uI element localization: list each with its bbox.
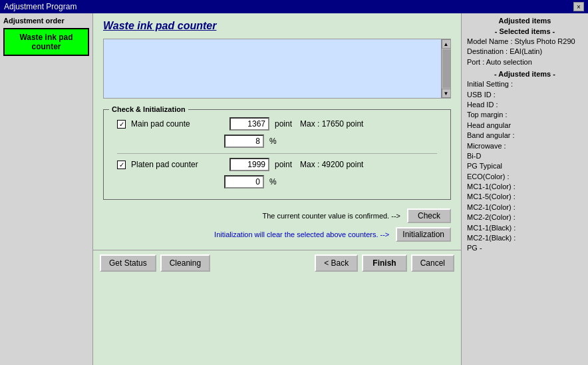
microwave: Microwave : [467, 141, 583, 151]
platen-pad-percent-unit: % [269, 177, 289, 186]
pg-typical: PG Typical [467, 161, 583, 171]
model-name: Model Name : Stylus Photo R290 [467, 37, 583, 47]
check-initialization-section: Check & Initialization ✓ Main pad counte… [103, 105, 451, 200]
main-pad-percent-row: 8 % [109, 133, 445, 153]
sidebar: Adjustment order Waste ink pad counter [0, 13, 93, 365]
usb-id: USB ID : [467, 90, 583, 100]
scrollbar-up[interactable]: ▲ [442, 39, 451, 49]
platen-pad-max: Max : 49200 point [300, 160, 363, 169]
sidebar-item-waste-ink[interactable]: Waste ink pad counter [3, 28, 89, 56]
section-legend: Check & Initialization [109, 105, 188, 113]
main-pad-percent-value[interactable]: 8 [224, 135, 264, 148]
platen-pad-checkbox[interactable]: ✓ [117, 161, 126, 169]
platen-pad-percent-value[interactable]: 0 [224, 175, 264, 188]
main-pad-value[interactable]: 1367 [229, 117, 269, 131]
content-title: Waste ink pad counter [93, 13, 461, 35]
platen-pad-value[interactable]: 1999 [229, 158, 269, 171]
mc2-2-color: MC2-2(Color) : [467, 212, 583, 222]
scrollbar-thumb [442, 49, 450, 88]
content-area: Waste ink pad counter ▲ ▼ Check & Initia… [93, 13, 462, 365]
sidebar-title: Adjustment order [3, 17, 89, 25]
eco-color: ECO(Color) : [467, 172, 583, 182]
destination: Destination : EAI(Latin) [467, 47, 583, 57]
main-pad-max: Max : 17650 point [300, 119, 363, 129]
port: Port : Auto selection [467, 57, 583, 67]
mc2-1-black: MC2-1(Black) : [467, 233, 583, 243]
back-button[interactable]: < Back [315, 254, 358, 272]
main-pad-unit: point [275, 119, 295, 129]
adjusted-header: - Adjusted items - [467, 70, 583, 78]
initial-setting: Initial Setting : [467, 79, 583, 89]
head-angular: Head angular [467, 121, 583, 131]
main-pad-label: Main pad counte [131, 119, 224, 129]
cancel-button[interactable]: Cancel [411, 254, 454, 272]
main-pad-row: ✓ Main pad counte 1367 point Max : 17650… [109, 113, 445, 133]
initialization-button[interactable]: Initialization [396, 227, 451, 242]
title-bar: Adjustment Program × [0, 0, 588, 13]
confirmed-text: The current counter value is confirmed. … [262, 212, 400, 220]
selected-header: - Selected items - [467, 27, 583, 35]
bottom-info: The current counter value is confirmed. … [93, 203, 461, 250]
mc1-1-color: MC1-1(Color) : [467, 182, 583, 192]
output-box: ▲ ▼ [103, 39, 451, 99]
close-icon[interactable]: × [573, 2, 584, 11]
bi-d: Bi-D [467, 151, 583, 161]
footer-bar: Get Status Cleaning < Back Finish Cancel [93, 250, 461, 276]
pg-dash: PG - [467, 243, 583, 253]
main-pad-checkbox[interactable]: ✓ [117, 120, 126, 129]
mc1-5-color: MC1-5(Color) : [467, 192, 583, 202]
title-bar-label: Adjustment Program [4, 2, 76, 11]
right-panel: Adjusted items - Selected items - Model … [462, 13, 588, 365]
platen-pad-percent-row: 0 % [109, 174, 445, 194]
init-row: Initialization will clear the selected a… [103, 227, 451, 247]
right-panel-title: Adjusted items [467, 17, 583, 25]
mc1-1-black: MC1-1(Black) : [467, 223, 583, 233]
platen-pad-row: ✓ Platen pad counter 1999 point Max : 49… [109, 154, 445, 174]
platen-pad-label: Platen pad counter [131, 160, 224, 169]
band-angular: Band angular : [467, 131, 583, 141]
get-status-button[interactable]: Get Status [100, 254, 156, 272]
finish-button[interactable]: Finish [362, 254, 406, 272]
head-id: Head ID : [467, 100, 583, 110]
init-text: Initialization will clear the selected a… [214, 230, 389, 238]
scrollbar-down[interactable]: ▼ [442, 89, 451, 98]
top-margin: Top margin : [467, 110, 583, 120]
confirmed-row: The current counter value is confirmed. … [103, 208, 451, 227]
main-pad-percent-unit: % [269, 137, 289, 146]
cleaning-button[interactable]: Cleaning [160, 254, 210, 272]
mc2-1-color: MC2-1(Color) : [467, 202, 583, 212]
platen-pad-unit: point [275, 160, 295, 169]
check-button[interactable]: Check [407, 208, 451, 223]
